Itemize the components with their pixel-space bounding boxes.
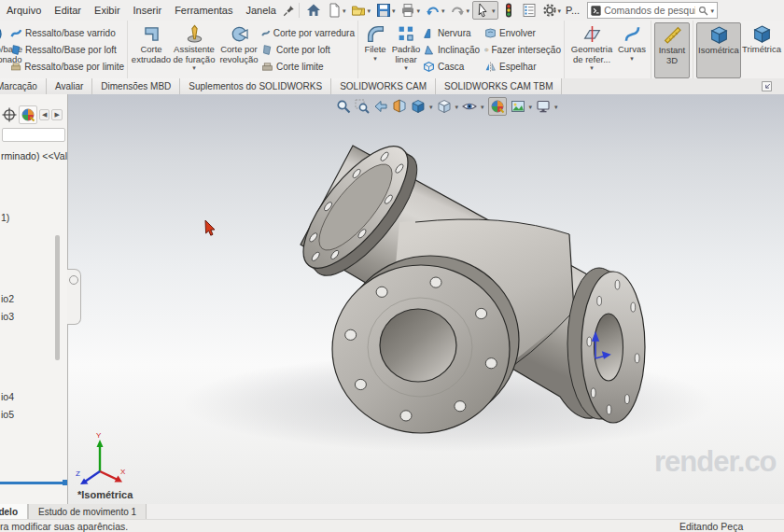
- fillet-button[interactable]: Filete ▾: [361, 22, 389, 77]
- display-manager-button[interactable]: [19, 105, 37, 124]
- mirror-label: Espelhar: [499, 62, 536, 72]
- settings-button[interactable]: ▾: [539, 0, 565, 21]
- hole-wizard-label: Assistente de furação: [172, 45, 217, 64]
- save-button[interactable]: ▾: [373, 0, 399, 21]
- sweep-icon: [10, 27, 22, 39]
- draft-button[interactable]: Inclinação: [423, 41, 484, 58]
- current-view-label: *Isométrica: [77, 489, 133, 500]
- user-account-button[interactable]: [723, 0, 744, 21]
- undo-button[interactable]: ▾: [423, 0, 448, 21]
- select-tool-button[interactable]: ▾: [472, 1, 498, 20]
- new-document-button[interactable]: ▾: [324, 0, 349, 21]
- tree-item-fragment[interactable]: io2: [1, 293, 14, 304]
- new-document-icon: [327, 3, 342, 18]
- linear-pattern-button[interactable]: Padrão linear ▾: [389, 22, 423, 77]
- linear-pattern-label: Padrão linear: [389, 45, 423, 64]
- trimetric-view-button[interactable]: Trimétrica: [741, 22, 782, 77]
- help-button[interactable]: [744, 0, 764, 21]
- panel-flyout-tab[interactable]: [67, 269, 81, 325]
- sweep-cut-icon: [261, 27, 271, 39]
- menu-ferramentas[interactable]: Ferramentas: [168, 0, 239, 21]
- hole-wizard-button[interactable]: Assistente de furação ▾: [172, 22, 217, 77]
- boss-revolve-button[interactable]: Ressalto/base revolucionado: [0, 22, 10, 77]
- redo-button[interactable]: ▾: [447, 0, 472, 21]
- trimetric-label: Trimétrica: [742, 45, 781, 55]
- menu-arquivo[interactable]: Arquivo: [0, 0, 48, 21]
- undo-icon: [426, 3, 441, 18]
- search-placeholder: Comandos de pesquisa: [604, 5, 694, 16]
- ribbon-group-reference: Geometria de refer... ▾ Curvas ▾: [565, 21, 651, 78]
- intersect-button[interactable]: Fazer interseção: [484, 41, 561, 58]
- print-button[interactable]: ▾: [398, 0, 423, 21]
- mirror-button[interactable]: Espelhar: [484, 58, 561, 75]
- boss-boundary-button[interactable]: Ressalto/base por limite: [10, 58, 124, 75]
- fillet-label: Filete: [364, 45, 385, 55]
- cut-loft-button[interactable]: Corte por loft: [261, 41, 355, 58]
- document-tabs-bar: Modelo Estudo de movimento 1: [0, 504, 784, 520]
- cut-boundary-button[interactable]: Corte limite: [261, 58, 355, 75]
- wrap-icon: [484, 27, 497, 39]
- loft-cut-icon: [261, 44, 273, 56]
- boss-loft-button[interactable]: Ressalto/Base por loft: [10, 41, 124, 58]
- menu-inserir[interactable]: Inserir: [127, 0, 169, 21]
- cut-extrude-button[interactable]: Corte extrudado: [131, 22, 172, 77]
- tab-avaliar[interactable]: Avaliar: [47, 78, 92, 94]
- tab-solidworks-cam[interactable]: SOLIDWORKS CAM: [331, 78, 436, 94]
- open-icon: [351, 3, 366, 18]
- boss-sweep-label: Ressalto/base varrido: [25, 28, 116, 38]
- wrap-button[interactable]: Envolver: [484, 24, 561, 41]
- pin-menu-icon[interactable]: [283, 5, 295, 17]
- menu-exibir[interactable]: Exibir: [88, 0, 127, 21]
- tree-item-fragment[interactable]: rminado) <<Valo: [1, 150, 68, 161]
- crosshair-icon[interactable]: [2, 107, 17, 122]
- boss-sweep-button[interactable]: Ressalto/base varrido: [10, 24, 124, 41]
- isometric-view-button[interactable]: Isométrica: [696, 22, 741, 78]
- search-box[interactable]: Comandos de pesquisa ▾: [587, 2, 718, 19]
- panel-splitter[interactable]: [0, 482, 63, 484]
- arrow-right-icon[interactable]: ▶: [51, 109, 62, 120]
- model-tee-fitting[interactable]: [68, 94, 784, 504]
- tree-item-fragment[interactable]: 1): [1, 212, 9, 223]
- rebuild-button[interactable]: [498, 0, 519, 21]
- cut-sweep-button[interactable]: Corte por varredura: [261, 24, 355, 41]
- cut-revolve-button[interactable]: Corte por revolução: [217, 22, 261, 77]
- mouse-cursor: [204, 220, 217, 237]
- model-tab[interactable]: Modelo: [0, 504, 28, 519]
- feature-tree-filter-input[interactable]: [2, 128, 65, 142]
- curves-button[interactable]: Curvas ▾: [616, 22, 648, 77]
- panel-splitter-handle[interactable]: [63, 480, 67, 485]
- boss-revolve-icon: [0, 24, 5, 44]
- tab-marcacao[interactable]: Marcação: [0, 78, 47, 94]
- tab-solidworks-cam-tbm[interactable]: SOLIDWORKS CAM TBM: [436, 78, 563, 94]
- profile-shortcut[interactable]: P...: [564, 0, 581, 21]
- options-list-button[interactable]: [519, 0, 539, 21]
- tree-item-fragment[interactable]: io5: [1, 409, 14, 420]
- menu-editar[interactable]: Editar: [48, 0, 88, 21]
- isometric-label: Isométrica: [698, 46, 739, 56]
- tree-item-fragment[interactable]: io4: [1, 391, 14, 402]
- tree-item-fragment[interactable]: io3: [1, 311, 14, 322]
- cut-boundary-label: Corte limite: [276, 62, 324, 72]
- open-button[interactable]: ▾: [348, 0, 373, 21]
- menu-janela[interactable]: Janela: [239, 0, 282, 21]
- home-button[interactable]: [303, 0, 324, 21]
- tab-dimensoes-mbd[interactable]: Dimensões MBD: [92, 78, 180, 94]
- feature-tree-scrollbar[interactable]: [55, 235, 60, 360]
- arrow-left-icon[interactable]: ◀: [39, 109, 49, 120]
- rib-button[interactable]: Nervura: [423, 24, 484, 41]
- tab-suplementos[interactable]: Suplementos do SOLIDWORKS: [180, 78, 331, 94]
- cut-loft-label: Corte por loft: [276, 45, 330, 55]
- status-bar: ra modificar suas aparências. Editando P…: [0, 519, 784, 532]
- graphics-viewport[interactable]: ▾ ▾ ▾ ▾ ▾: [68, 94, 784, 504]
- instant3d-button[interactable]: Instant 3D: [654, 22, 690, 78]
- command-manager-tabs: Marcação Avaliar Dimensões MBD Suplement…: [0, 78, 784, 95]
- motion-study-tab[interactable]: Estudo de movimento 1: [28, 504, 147, 519]
- shell-button[interactable]: Casca: [423, 58, 484, 75]
- magnifier-icon[interactable]: [698, 6, 708, 16]
- search-commands-icon: [591, 6, 601, 16]
- reference-geometry-button[interactable]: Geometria de refer... ▾: [567, 22, 616, 77]
- collapse-ribbon-button[interactable]: [761, 78, 773, 94]
- axis-y-label: Y: [96, 431, 102, 440]
- select-cursor-icon: [475, 3, 490, 18]
- reference-geometry-label: Geometria de refer...: [567, 45, 616, 64]
